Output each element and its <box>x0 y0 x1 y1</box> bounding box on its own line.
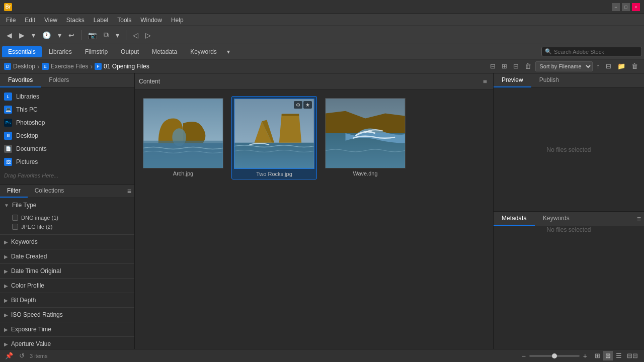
fav-photoshop[interactable]: Ps Photoshop <box>0 116 134 129</box>
thumb-wave[interactable]: Wave.dng <box>323 96 408 179</box>
return-button[interactable]: ↩ <box>66 30 77 41</box>
refresh-right-button[interactable]: ▷ <box>143 30 153 41</box>
metadata-panel: Metadata Keywords ≡ No files selected <box>494 211 644 349</box>
svg-rect-6 <box>282 114 299 116</box>
nav-tab-essentials[interactable]: Essentials <box>2 46 42 57</box>
fav-desktop[interactable]: 🖥 Desktop <box>0 129 134 142</box>
fav-documents[interactable]: 📄 Documents <box>0 142 134 155</box>
zoom-in-button[interactable]: + <box>582 351 589 360</box>
content-menu-button[interactable]: ≡ <box>481 76 489 86</box>
nav-tab-filmstrip[interactable]: Filmstrip <box>79 46 114 57</box>
filter-group-aperture-header[interactable]: ▶ Aperture Value <box>0 337 134 349</box>
filter-group-file-type-header[interactable]: ▼ File Type <box>0 198 134 212</box>
tab-folders[interactable]: Folders <box>41 73 77 87</box>
filter-group-color-profile: ▶ Color Profile <box>0 279 134 293</box>
menu-window[interactable]: Window <box>136 16 166 25</box>
breadcrumb-current: 01 Opening Files <box>104 63 149 70</box>
refresh-left-button[interactable]: ◁ <box>130 30 141 41</box>
back-button[interactable]: ◀ <box>4 30 15 41</box>
camera-button[interactable]: 📷 <box>86 30 99 41</box>
delete-button[interactable]: 🗑 <box>523 61 533 71</box>
window-controls[interactable]: − □ × <box>612 3 640 11</box>
nav-tabs-more[interactable]: ▾ <box>224 46 233 57</box>
thumbnails-grid: Arch.jpg <box>135 90 493 349</box>
zoom-controls: − + <box>520 351 589 360</box>
menu-bar: File Edit View Stacks Label Tools Window… <box>0 14 644 26</box>
filter-group-bit-depth-header[interactable]: ▶ Bit Depth <box>0 293 134 307</box>
view-grid-button[interactable]: ⊞ <box>500 61 509 71</box>
metadata-tabs: Metadata Keywords ≡ <box>494 212 644 226</box>
fav-libraries[interactable]: L Libraries <box>0 90 134 103</box>
maximize-button[interactable]: □ <box>622 3 630 11</box>
fav-pictures[interactable]: 🖼 Pictures <box>0 155 134 168</box>
tab-publish[interactable]: Publish <box>531 73 567 87</box>
file-type-label: File Type <box>12 202 36 209</box>
filter-group-exposure-header[interactable]: ▶ Exposure Time <box>0 322 134 336</box>
menu-help[interactable]: Help <box>167 16 188 25</box>
panel-tabs: Favorites Folders <box>0 73 134 88</box>
sort-asc-button[interactable]: ↑ <box>595 61 602 71</box>
filter-group-date-time-header[interactable]: ▶ Date Time Original <box>0 264 134 278</box>
view-list-button[interactable]: ☰ <box>614 351 624 360</box>
view-toggle-button[interactable]: ⊟ <box>488 61 498 71</box>
delete2-button[interactable]: 🗑 <box>629 61 640 71</box>
stack-down-button[interactable]: ▾ <box>113 30 122 41</box>
filter-group-date-created-header[interactable]: ▶ Date Created <box>0 249 134 263</box>
filter-group-iso-header[interactable]: ▶ ISO Speed Ratings <box>0 308 134 322</box>
menu-label[interactable]: Label <box>90 16 112 25</box>
filter-group-keywords-header[interactable]: ▶ Keywords <box>0 235 134 249</box>
fav-this-pc[interactable]: 💻 This PC <box>0 103 134 116</box>
drag-favorites-hint: Drag Favorites Here... <box>0 168 134 183</box>
nav-tab-metadata[interactable]: Metadata <box>146 46 183 57</box>
nav-down-button[interactable]: ▾ <box>29 30 38 41</box>
menu-view[interactable]: View <box>40 16 61 25</box>
filter-button[interactable]: ⊟ <box>511 61 521 71</box>
new-folder-button[interactable]: 📁 <box>615 61 627 71</box>
tab-collections[interactable]: Collections <box>28 185 71 198</box>
stack-button[interactable]: ⧉ <box>101 29 111 41</box>
jpeg-checkbox[interactable] <box>12 224 18 230</box>
minimize-button[interactable]: − <box>612 3 620 11</box>
pin-button[interactable]: 📌 <box>4 351 14 360</box>
nav-tab-output[interactable]: Output <box>115 46 145 57</box>
filter-menu-button[interactable]: ≡ <box>124 186 134 196</box>
bit-depth-label: Bit Depth <box>11 297 36 304</box>
right-panel-content: No files selected <box>494 88 644 211</box>
tab-metadata[interactable]: Metadata <box>494 212 535 226</box>
metadata-menu-button[interactable]: ≡ <box>634 214 644 224</box>
sort-dropdown[interactable]: Sort by Filename <box>535 61 593 71</box>
nav-tab-libraries[interactable]: Libraries <box>43 46 78 57</box>
nav-tab-keywords[interactable]: Keywords <box>184 46 223 57</box>
history-down-button[interactable]: ▾ <box>55 30 64 41</box>
search-input[interactable] <box>554 49 634 55</box>
dng-checkbox[interactable] <box>12 215 18 221</box>
menu-tools[interactable]: Tools <box>113 16 135 25</box>
zoom-slider[interactable] <box>529 355 580 357</box>
thumb-two-rocks[interactable]: ⚙ ★ Two Rocks.jpg <box>231 96 317 179</box>
menu-edit[interactable]: Edit <box>21 16 39 25</box>
view-filmstrip-button[interactable]: ⊟⊟ <box>625 351 640 360</box>
thumb-two-rocks-image: ⚙ ★ <box>234 99 314 169</box>
tab-filter[interactable]: Filter <box>0 185 28 198</box>
breadcrumb-exercise[interactable]: Exercise Files <box>51 63 89 70</box>
history-button[interactable]: 🕐 <box>40 30 53 41</box>
view-details-button[interactable]: ⊟ <box>603 351 613 360</box>
thumb-star-button[interactable]: ★ <box>303 101 312 109</box>
breadcrumb-desktop[interactable]: Desktop <box>13 63 35 70</box>
filter-group-color-profile-header[interactable]: ▶ Color Profile <box>0 279 134 293</box>
thumb-settings-button[interactable]: ⚙ <box>294 101 302 109</box>
thumb-arch[interactable]: Arch.jpg <box>141 96 225 179</box>
menu-file[interactable]: File <box>2 16 20 25</box>
view-options-button[interactable]: ⊟ <box>604 61 613 71</box>
close-button[interactable]: × <box>632 3 640 11</box>
view-grid-button[interactable]: ⊞ <box>593 351 602 360</box>
reset-button[interactable]: ↺ <box>18 351 26 360</box>
breadcrumb-actions: ⊟ ⊞ ⊟ 🗑 Sort by Filename ↑ ⊟ 📁 🗑 <box>488 61 640 71</box>
tab-favorites[interactable]: Favorites <box>0 73 41 87</box>
forward-button[interactable]: ▶ <box>17 30 27 41</box>
zoom-out-button[interactable]: − <box>520 351 527 360</box>
tab-preview[interactable]: Preview <box>494 73 531 87</box>
tab-keywords[interactable]: Keywords <box>535 212 578 226</box>
this-pc-icon: 💻 <box>4 106 12 114</box>
menu-stacks[interactable]: Stacks <box>62 16 89 25</box>
